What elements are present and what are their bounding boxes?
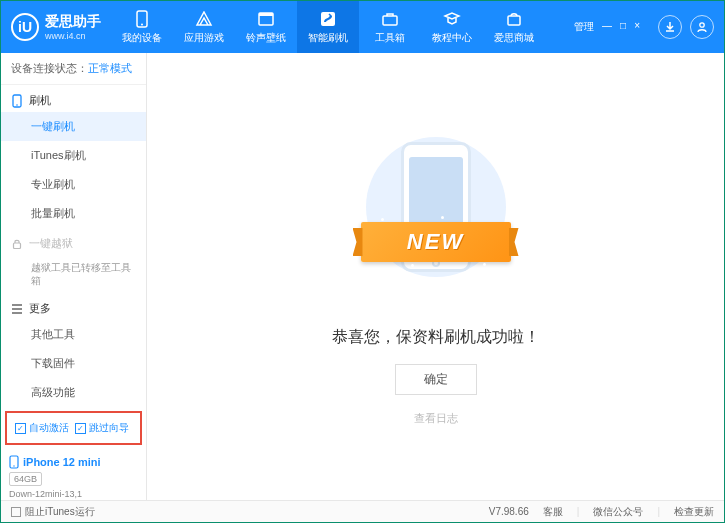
ok-button[interactable]: 确定 [395, 364, 477, 395]
nav-apps[interactable]: 应用游戏 [173, 1, 235, 53]
view-log-link[interactable]: 查看日志 [414, 411, 458, 426]
checkbox-label: 阻止iTunes运行 [25, 505, 95, 519]
toolbox-icon [381, 10, 399, 28]
nav-my-device[interactable]: 我的设备 [111, 1, 173, 53]
check-icon: ✓ [15, 423, 26, 434]
app-url: www.i4.cn [45, 31, 101, 41]
sidebar-item-advanced[interactable]: 高级功能 [1, 378, 146, 407]
sidebar-item-pro-flash[interactable]: 专业刷机 [1, 170, 146, 199]
section-label: 更多 [29, 301, 51, 316]
support-link[interactable]: 客服 [543, 505, 563, 519]
nav-ringtones[interactable]: 铃声壁纸 [235, 1, 297, 53]
wallpaper-icon [257, 10, 275, 28]
nav-label: 工具箱 [375, 31, 405, 45]
logo-icon: iU [11, 13, 39, 41]
sidebar-item-batch-flash[interactable]: 批量刷机 [1, 199, 146, 228]
section-label: 一键越狱 [29, 236, 73, 251]
sidebar-item-download-firmware[interactable]: 下载固件 [1, 349, 146, 378]
svg-point-9 [16, 104, 18, 106]
menu-icon [11, 304, 23, 314]
tutorial-icon [443, 10, 461, 28]
section-label: 刷机 [29, 93, 51, 108]
device-name: iPhone 12 mini [9, 455, 138, 469]
update-link[interactable]: 检查更新 [674, 505, 714, 519]
checkbox-skip-guide[interactable]: ✓ 跳过向导 [75, 421, 129, 435]
svg-point-7 [700, 23, 704, 27]
main-content: NEW 恭喜您，保资料刷机成功啦！ 确定 查看日志 [147, 53, 724, 500]
store-icon [505, 10, 523, 28]
minimize-button[interactable]: — [600, 18, 614, 36]
success-message: 恭喜您，保资料刷机成功啦！ [332, 327, 540, 348]
manage-button[interactable]: 管理 [572, 18, 596, 36]
nav-label: 应用游戏 [184, 31, 224, 45]
sidebar: 设备连接状态：正常模式 刷机 一键刷机 iTunes刷机 专业刷机 批量刷机 一… [1, 53, 147, 500]
svg-rect-6 [508, 16, 520, 25]
svg-rect-3 [259, 13, 273, 16]
connection-status: 设备连接状态：正常模式 [1, 53, 146, 85]
maximize-button[interactable]: □ [618, 18, 628, 36]
apps-icon [195, 10, 213, 28]
svg-point-12 [13, 465, 14, 466]
checkbox-icon [11, 507, 21, 517]
sidebar-item-oneclick-flash[interactable]: 一键刷机 [1, 112, 146, 141]
phone-icon [9, 455, 19, 469]
flash-icon [319, 10, 337, 28]
nav-tutorials[interactable]: 教程中心 [421, 1, 483, 53]
window-controls: 管理 — □ × [572, 18, 642, 36]
app-name: 爱思助手 [45, 13, 101, 31]
check-icon: ✓ [75, 423, 86, 434]
checkbox-label: 自动激活 [29, 421, 69, 435]
success-illustration: NEW [356, 127, 516, 307]
nav-label: 教程中心 [432, 31, 472, 45]
sidebar-section-jailbreak: 一键越狱 [1, 228, 146, 255]
svg-rect-10 [14, 243, 21, 249]
nav-label: 智能刷机 [308, 31, 348, 45]
nav-flash[interactable]: 智能刷机 [297, 1, 359, 53]
status-label: 设备连接状态： [11, 62, 88, 74]
svg-point-1 [141, 23, 143, 25]
nav-label: 爱思商城 [494, 31, 534, 45]
download-button[interactable] [658, 15, 682, 39]
main-nav: 我的设备 应用游戏 铃声壁纸 智能刷机 工具箱 教程中心 爱思商城 [111, 1, 572, 53]
jailbreak-note: 越狱工具已转移至工具箱 [1, 255, 146, 293]
app-header: iU 爱思助手 www.i4.cn 我的设备 应用游戏 铃声壁纸 智能刷机 工具… [1, 1, 724, 53]
version-label: V7.98.66 [489, 506, 529, 517]
new-ribbon: NEW [361, 222, 511, 262]
device-model: Down-12mini-13,1 [9, 489, 138, 499]
user-button[interactable] [690, 15, 714, 39]
device-icon [11, 94, 23, 108]
sidebar-item-itunes-flash[interactable]: iTunes刷机 [1, 141, 146, 170]
checkbox-block-itunes[interactable]: 阻止iTunes运行 [11, 505, 95, 519]
nav-toolbox[interactable]: 工具箱 [359, 1, 421, 53]
wechat-link[interactable]: 微信公众号 [593, 505, 643, 519]
sidebar-section-more[interactable]: 更多 [1, 293, 146, 320]
svg-rect-5 [383, 16, 397, 25]
status-value: 正常模式 [88, 62, 132, 74]
checkbox-label: 跳过向导 [89, 421, 129, 435]
sidebar-item-other-tools[interactable]: 其他工具 [1, 320, 146, 349]
phone-icon [133, 10, 151, 28]
nav-label: 铃声壁纸 [246, 31, 286, 45]
nav-store[interactable]: 爱思商城 [483, 1, 545, 53]
nav-label: 我的设备 [122, 31, 162, 45]
close-button[interactable]: × [632, 18, 642, 36]
sidebar-section-flash[interactable]: 刷机 [1, 85, 146, 112]
connected-device[interactable]: iPhone 12 mini 64GB Down-12mini-13,1 [1, 449, 146, 505]
checkbox-auto-activate[interactable]: ✓ 自动激活 [15, 421, 69, 435]
lock-icon [11, 238, 23, 250]
header-right: 管理 — □ × [572, 15, 714, 39]
logo: iU 爱思助手 www.i4.cn [11, 13, 111, 41]
options-box: ✓ 自动激活 ✓ 跳过向导 [5, 411, 142, 445]
device-capacity: 64GB [9, 472, 42, 486]
